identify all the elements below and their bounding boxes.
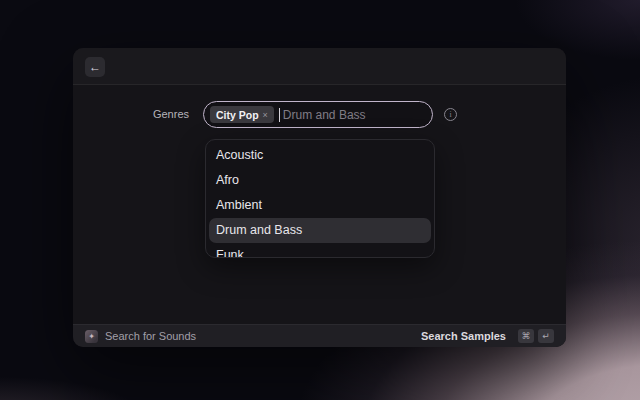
text-caret bbox=[279, 108, 280, 122]
dropdown-item[interactable]: Ambient bbox=[206, 193, 434, 218]
search-dialog: ← Genres City Pop × Drum and Bass i Acou… bbox=[73, 48, 566, 347]
dropdown-item[interactable]: Drum and Bass bbox=[209, 218, 431, 243]
search-hint-label: Search for Sounds bbox=[105, 330, 196, 342]
back-button[interactable]: ← bbox=[85, 57, 105, 77]
genre-chip-label: City Pop bbox=[216, 109, 259, 121]
command-key-icon: ⌘ bbox=[518, 329, 534, 343]
dropdown-item[interactable]: Acoustic bbox=[206, 143, 434, 168]
info-icon: i bbox=[444, 108, 457, 121]
genres-input-value: Drum and Bass bbox=[283, 108, 366, 122]
dialog-footer: ✦ Search for Sounds Search Samples ⌘ ↵ bbox=[73, 324, 566, 347]
genres-label: Genres bbox=[73, 101, 189, 128]
dialog-header: ← bbox=[73, 48, 566, 85]
chip-remove-icon[interactable]: × bbox=[263, 110, 268, 120]
genre-chip[interactable]: City Pop × bbox=[210, 106, 274, 123]
genres-input[interactable]: City Pop × Drum and Bass bbox=[203, 101, 433, 128]
dropdown-item[interactable]: Funk bbox=[206, 243, 434, 258]
genres-dropdown: Acoustic Afro Ambient Drum and Bass Funk bbox=[205, 139, 435, 258]
return-key-icon: ↵ bbox=[538, 329, 554, 343]
dropdown-item[interactable]: Afro bbox=[206, 168, 434, 193]
app-logo-icon: ✦ bbox=[85, 330, 98, 343]
search-samples-button[interactable]: Search Samples bbox=[421, 330, 506, 342]
